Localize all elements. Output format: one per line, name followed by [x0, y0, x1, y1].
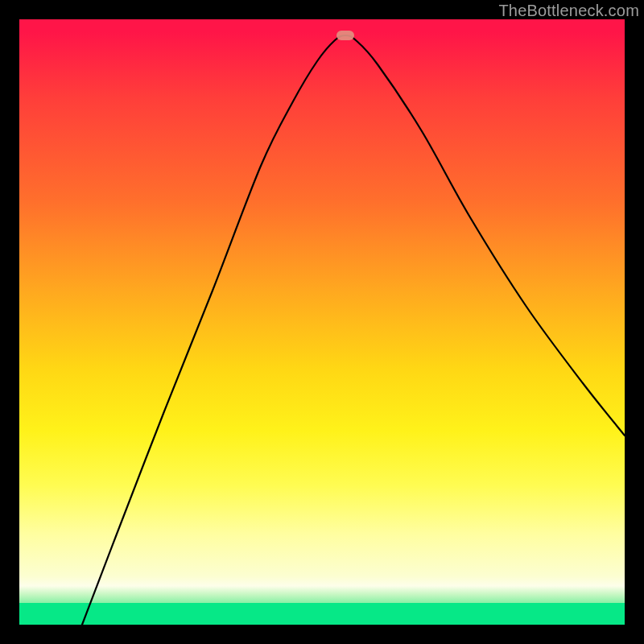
curve-path [82, 35, 625, 625]
min-marker [336, 31, 354, 40]
bottleneck-curve [19, 19, 625, 625]
watermark-text: TheBottleneck.com [498, 2, 639, 20]
plot-area [19, 19, 625, 625]
chart-frame: TheBottleneck.com [0, 0, 644, 644]
